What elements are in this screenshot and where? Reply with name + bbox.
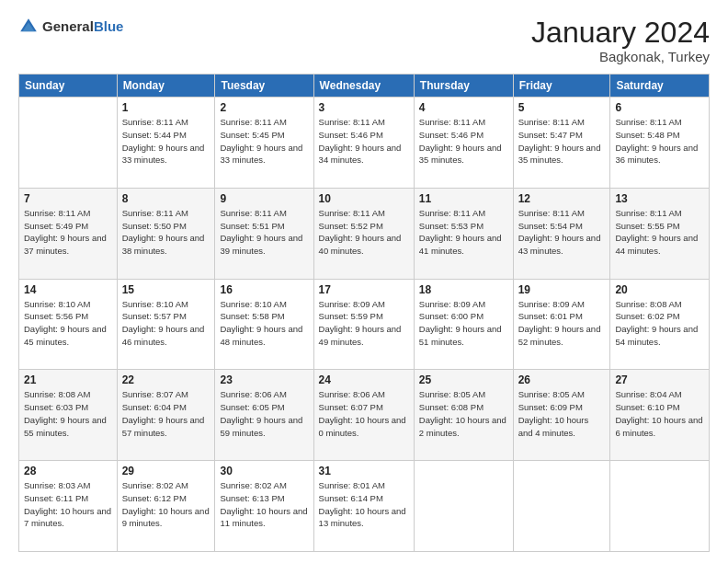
calendar-cell <box>414 461 513 552</box>
day-number: 27 <box>615 373 704 386</box>
day-info: Sunrise: 8:06 AM Sunset: 6:07 PM Dayligh… <box>319 388 409 439</box>
day-number: 2 <box>220 101 308 114</box>
calendar-cell: 28Sunrise: 8:03 AM Sunset: 6:11 PM Dayli… <box>19 461 118 552</box>
day-number: 12 <box>518 192 606 205</box>
day-info: Sunrise: 8:11 AM Sunset: 5:55 PM Dayligh… <box>615 207 704 258</box>
calendar-cell: 24Sunrise: 8:06 AM Sunset: 6:07 PM Dayli… <box>313 370 414 461</box>
day-info: Sunrise: 8:09 AM Sunset: 5:59 PM Dayligh… <box>319 298 409 349</box>
calendar-cell: 4Sunrise: 8:11 AM Sunset: 5:46 PM Daylig… <box>414 98 513 189</box>
logo-icon <box>18 17 39 37</box>
day-info: Sunrise: 8:11 AM Sunset: 5:50 PM Dayligh… <box>122 207 210 258</box>
calendar-cell <box>19 98 118 189</box>
logo-general: GeneralBlue <box>42 18 123 35</box>
day-number: 29 <box>122 465 210 477</box>
day-info: Sunrise: 8:11 AM Sunset: 5:51 PM Dayligh… <box>220 207 308 258</box>
day-info: Sunrise: 8:10 AM Sunset: 5:57 PM Dayligh… <box>122 298 210 349</box>
day-info: Sunrise: 8:11 AM Sunset: 5:49 PM Dayligh… <box>24 207 112 258</box>
day-number: 31 <box>319 465 409 477</box>
day-info: Sunrise: 8:11 AM Sunset: 5:47 PM Dayligh… <box>518 116 606 167</box>
day-info: Sunrise: 8:02 AM Sunset: 6:13 PM Dayligh… <box>220 479 308 530</box>
day-number: 3 <box>319 101 409 114</box>
calendar-cell: 10Sunrise: 8:11 AM Sunset: 5:52 PM Dayli… <box>313 188 414 279</box>
day-number: 19 <box>518 283 606 296</box>
day-info: Sunrise: 8:05 AM Sunset: 6:08 PM Dayligh… <box>419 388 508 439</box>
calendar-week-4: 28Sunrise: 8:03 AM Sunset: 6:11 PM Dayli… <box>19 461 710 552</box>
day-info: Sunrise: 8:10 AM Sunset: 5:58 PM Dayligh… <box>220 298 308 349</box>
day-info: Sunrise: 8:11 AM Sunset: 5:46 PM Dayligh… <box>319 116 409 167</box>
calendar: SundayMondayTuesdayWednesdayThursdayFrid… <box>18 74 710 552</box>
calendar-cell: 26Sunrise: 8:05 AM Sunset: 6:09 PM Dayli… <box>513 370 610 461</box>
calendar-cell: 13Sunrise: 8:11 AM Sunset: 5:55 PM Dayli… <box>610 188 710 279</box>
calendar-week-1: 7Sunrise: 8:11 AM Sunset: 5:49 PM Daylig… <box>19 188 710 279</box>
day-info: Sunrise: 8:11 AM Sunset: 5:46 PM Dayligh… <box>419 116 508 167</box>
day-info: Sunrise: 8:09 AM Sunset: 6:00 PM Dayligh… <box>419 298 508 349</box>
calendar-cell: 12Sunrise: 8:11 AM Sunset: 5:54 PM Dayli… <box>513 188 610 279</box>
day-number: 11 <box>419 192 508 205</box>
calendar-cell: 14Sunrise: 8:10 AM Sunset: 5:56 PM Dayli… <box>19 279 118 370</box>
day-info: Sunrise: 8:11 AM Sunset: 5:45 PM Dayligh… <box>220 116 308 167</box>
calendar-cell: 19Sunrise: 8:09 AM Sunset: 6:01 PM Dayli… <box>513 279 610 370</box>
day-number: 13 <box>615 192 704 205</box>
calendar-week-0: 1Sunrise: 8:11 AM Sunset: 5:44 PM Daylig… <box>19 98 710 189</box>
calendar-cell: 2Sunrise: 8:11 AM Sunset: 5:45 PM Daylig… <box>215 98 313 189</box>
calendar-cell: 17Sunrise: 8:09 AM Sunset: 5:59 PM Dayli… <box>313 279 414 370</box>
day-number: 21 <box>24 373 112 386</box>
calendar-cell: 9Sunrise: 8:11 AM Sunset: 5:51 PM Daylig… <box>215 188 313 279</box>
day-info: Sunrise: 8:04 AM Sunset: 6:10 PM Dayligh… <box>615 388 704 439</box>
weekday-header-wednesday: Wednesday <box>313 75 414 98</box>
day-info: Sunrise: 8:08 AM Sunset: 6:03 PM Dayligh… <box>24 388 112 439</box>
calendar-cell: 22Sunrise: 8:07 AM Sunset: 6:04 PM Dayli… <box>117 370 215 461</box>
calendar-cell: 27Sunrise: 8:04 AM Sunset: 6:10 PM Dayli… <box>610 370 710 461</box>
day-number: 30 <box>220 465 308 477</box>
day-number: 22 <box>122 373 210 386</box>
calendar-cell: 30Sunrise: 8:02 AM Sunset: 6:13 PM Dayli… <box>215 461 313 552</box>
day-number: 18 <box>419 283 508 296</box>
header: GeneralBlue January 2024 Bagkonak, Turke… <box>18 17 710 64</box>
calendar-cell: 5Sunrise: 8:11 AM Sunset: 5:47 PM Daylig… <box>513 98 610 189</box>
weekday-header-friday: Friday <box>513 75 610 98</box>
weekday-header-thursday: Thursday <box>414 75 513 98</box>
calendar-cell: 6Sunrise: 8:11 AM Sunset: 5:48 PM Daylig… <box>610 98 710 189</box>
logo: GeneralBlue <box>18 17 123 37</box>
day-number: 16 <box>220 283 308 296</box>
day-number: 28 <box>24 465 112 477</box>
location: Bagkonak, Turkey <box>531 49 710 64</box>
day-info: Sunrise: 8:11 AM Sunset: 5:48 PM Dayligh… <box>615 116 704 167</box>
day-info: Sunrise: 8:07 AM Sunset: 6:04 PM Dayligh… <box>122 388 210 439</box>
day-number: 7 <box>24 192 112 205</box>
day-info: Sunrise: 8:03 AM Sunset: 6:11 PM Dayligh… <box>24 479 112 530</box>
day-info: Sunrise: 8:11 AM Sunset: 5:44 PM Dayligh… <box>122 116 210 167</box>
day-info: Sunrise: 8:10 AM Sunset: 5:56 PM Dayligh… <box>24 298 112 349</box>
day-info: Sunrise: 8:09 AM Sunset: 6:01 PM Dayligh… <box>518 298 606 349</box>
day-info: Sunrise: 8:01 AM Sunset: 6:14 PM Dayligh… <box>319 479 409 530</box>
day-number: 10 <box>319 192 409 205</box>
weekday-header-saturday: Saturday <box>610 75 710 98</box>
calendar-cell: 3Sunrise: 8:11 AM Sunset: 5:46 PM Daylig… <box>313 98 414 189</box>
day-number: 15 <box>122 283 210 296</box>
calendar-week-3: 21Sunrise: 8:08 AM Sunset: 6:03 PM Dayli… <box>19 370 710 461</box>
calendar-cell: 15Sunrise: 8:10 AM Sunset: 5:57 PM Dayli… <box>117 279 215 370</box>
day-info: Sunrise: 8:11 AM Sunset: 5:53 PM Dayligh… <box>419 207 508 258</box>
day-number: 24 <box>319 373 409 386</box>
calendar-cell: 25Sunrise: 8:05 AM Sunset: 6:08 PM Dayli… <box>414 370 513 461</box>
day-number: 17 <box>319 283 409 296</box>
calendar-cell: 21Sunrise: 8:08 AM Sunset: 6:03 PM Dayli… <box>19 370 118 461</box>
day-info: Sunrise: 8:11 AM Sunset: 5:54 PM Dayligh… <box>518 207 606 258</box>
calendar-cell: 8Sunrise: 8:11 AM Sunset: 5:50 PM Daylig… <box>117 188 215 279</box>
calendar-cell <box>513 461 610 552</box>
calendar-cell: 1Sunrise: 8:11 AM Sunset: 5:44 PM Daylig… <box>117 98 215 189</box>
weekday-header-monday: Monday <box>117 75 215 98</box>
calendar-cell: 16Sunrise: 8:10 AM Sunset: 5:58 PM Dayli… <box>215 279 313 370</box>
day-info: Sunrise: 8:11 AM Sunset: 5:52 PM Dayligh… <box>319 207 409 258</box>
day-number: 23 <box>220 373 308 386</box>
day-info: Sunrise: 8:06 AM Sunset: 6:05 PM Dayligh… <box>220 388 308 439</box>
day-number: 6 <box>615 101 704 114</box>
day-info: Sunrise: 8:08 AM Sunset: 6:02 PM Dayligh… <box>615 298 704 349</box>
day-number: 5 <box>518 101 606 114</box>
title-block: January 2024 Bagkonak, Turkey <box>531 17 710 64</box>
day-number: 14 <box>24 283 112 296</box>
calendar-cell: 29Sunrise: 8:02 AM Sunset: 6:12 PM Dayli… <box>117 461 215 552</box>
day-number: 9 <box>220 192 308 205</box>
calendar-cell <box>610 461 710 552</box>
day-number: 1 <box>122 101 210 114</box>
